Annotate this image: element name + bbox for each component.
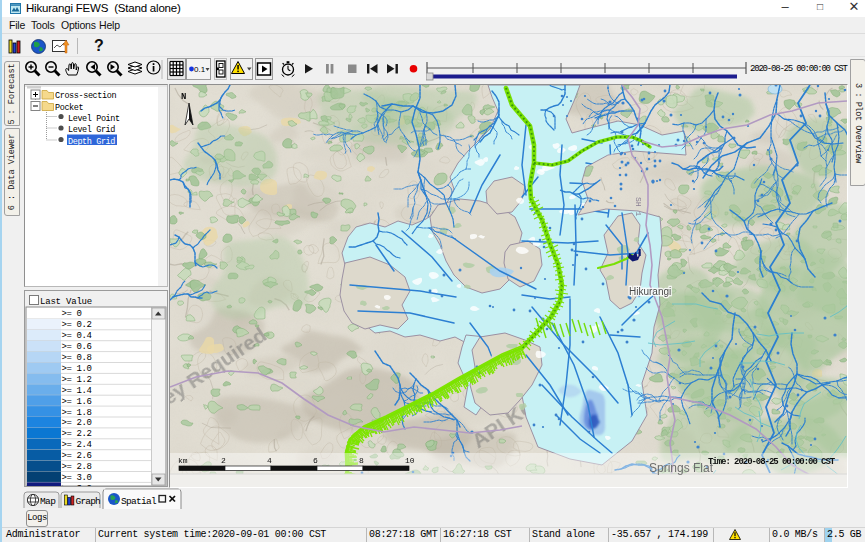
svg-text:>= 3.0: >= 3.0 bbox=[62, 473, 92, 483]
svg-text:N: N bbox=[181, 92, 186, 102]
svg-text:Cross-section: Cross-section bbox=[55, 91, 116, 101]
svg-text:>= 3.2: >= 3.2 bbox=[62, 484, 92, 486]
svg-text:Last Value: Last Value bbox=[40, 297, 92, 307]
svg-text:0.1: 0.1 bbox=[194, 65, 206, 74]
svg-text:10: 10 bbox=[405, 456, 415, 465]
svg-text:>= 2.0: >= 2.0 bbox=[62, 418, 92, 428]
svg-text:km: km bbox=[178, 456, 188, 465]
svg-text:>= 1.6: >= 1.6 bbox=[62, 397, 92, 407]
svg-text:>= 2.4: >= 2.4 bbox=[62, 440, 92, 450]
svg-text:>= 1.2: >= 1.2 bbox=[62, 375, 92, 385]
svg-text:>= 0.4: >= 0.4 bbox=[62, 331, 92, 341]
svg-text:Springs Flat: Springs Flat bbox=[649, 461, 714, 475]
svg-text:8: 8 bbox=[359, 456, 364, 465]
svg-text:Pocket: Pocket bbox=[55, 103, 84, 113]
svg-text:2: 2 bbox=[221, 456, 226, 465]
svg-text:>= 2.8: >= 2.8 bbox=[62, 462, 92, 472]
svg-text:>= 2.2: >= 2.2 bbox=[62, 429, 92, 439]
svg-text:>= 0: >= 0 bbox=[62, 309, 82, 319]
svg-text:>= 1.0: >= 1.0 bbox=[62, 364, 92, 374]
svg-text:Map: Map bbox=[40, 496, 56, 507]
svg-text:SH 1: SH 1 bbox=[634, 197, 643, 216]
svg-text:6: 6 bbox=[313, 456, 318, 465]
svg-text:Graph: Graph bbox=[76, 496, 101, 507]
svg-text:>= 2.6: >= 2.6 bbox=[62, 451, 92, 461]
svg-text:>= 0.6: >= 0.6 bbox=[62, 342, 92, 352]
svg-text:>= 0.2: >= 0.2 bbox=[62, 320, 92, 330]
svg-text:Level Grid: Level Grid bbox=[68, 125, 115, 135]
svg-text:Time: 2020-08-25 00:00:00 CST: Time: 2020-08-25 00:00:00 CST bbox=[708, 457, 836, 467]
svg-text:Level Point: Level Point bbox=[68, 114, 120, 124]
svg-text:>= 0.8: >= 0.8 bbox=[62, 353, 92, 363]
svg-text:Hikurangi: Hikurangi bbox=[629, 286, 671, 297]
svg-text:>= 1.8: >= 1.8 bbox=[62, 408, 92, 418]
svg-text:Spatial: Spatial bbox=[121, 496, 157, 507]
svg-text:Depth Grid: Depth Grid bbox=[68, 137, 115, 147]
svg-text:>= 1.4: >= 1.4 bbox=[62, 386, 92, 396]
svg-text:4: 4 bbox=[267, 456, 272, 465]
